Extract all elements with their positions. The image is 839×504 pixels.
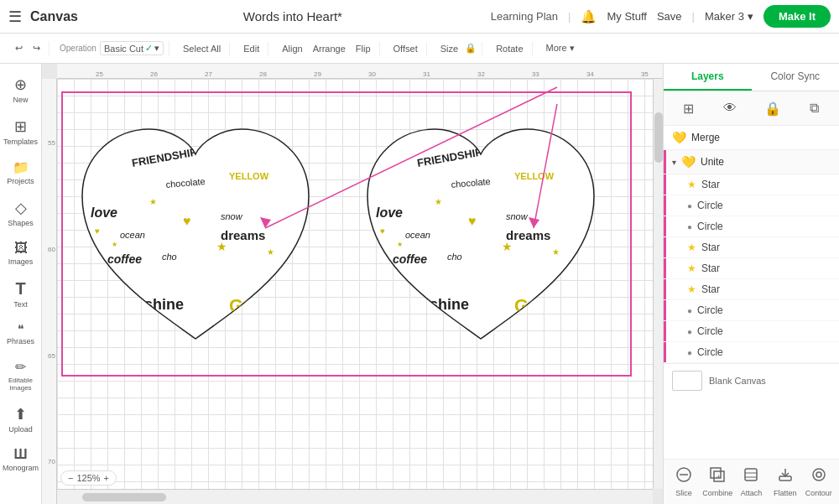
sidebar-item-projects[interactable]: 📁 Projects (3, 154, 39, 190)
zoom-value: 125% (76, 473, 100, 483)
projects-icon: 📁 (13, 159, 29, 175)
text-icon: T (15, 279, 25, 299)
offset-group: Offset (385, 42, 427, 55)
combine-icon: + (709, 466, 726, 487)
svg-text:★: ★ (216, 240, 227, 253)
vertical-scrollbar[interactable] (653, 79, 663, 489)
menu-icon[interactable]: ☰ (8, 8, 22, 26)
arrange-button[interactable]: Arrange (310, 42, 349, 55)
learning-plan-link[interactable]: Learning Plan (491, 10, 558, 23)
panel-lock-button[interactable]: 🔒 (761, 96, 784, 120)
canvas-area[interactable]: 25 26 27 28 29 30 31 32 33 34 35 55 60 6… (42, 64, 663, 504)
offset-button[interactable]: Offset (390, 42, 421, 55)
svg-text:cozy: cozy (116, 322, 136, 332)
zoom-control[interactable]: − 125% + (60, 470, 117, 486)
canvas-grid[interactable]: FRIENDSHIP love chocolate YELLOW ocean s… (57, 79, 663, 489)
sidebar-item-editable-images[interactable]: ✏ Editable Images (3, 354, 39, 397)
svg-text:ocean: ocean (120, 230, 145, 240)
redo-button[interactable]: ↪ (29, 41, 44, 55)
sidebar-item-upload[interactable]: ⬆ Upload (3, 400, 39, 439)
sidebar-label-shapes: Shapes (8, 219, 34, 227)
layer-item-circle1[interactable]: ● Circle (664, 195, 839, 216)
heart-left[interactable]: FRIENDSHIP love chocolate YELLOW ocean s… (65, 96, 326, 367)
chevron-unite-icon: ▾ (672, 158, 676, 167)
svg-text:♥: ♥ (468, 214, 477, 228)
svg-text:♥: ♥ (183, 214, 191, 228)
make-it-button[interactable]: Make It (763, 5, 831, 28)
attach-button[interactable]: Attach (736, 466, 766, 497)
select-all-button[interactable]: Select All (180, 42, 224, 55)
sidebar-label-templates: Templates (3, 138, 38, 146)
edit-button[interactable]: Edit (240, 42, 263, 55)
my-stuff-link[interactable]: My Stuff (607, 10, 646, 23)
layer-item-star4[interactable]: ★ Star (664, 279, 839, 300)
sidebar-item-text[interactable]: T Text (3, 274, 39, 314)
tab-layers[interactable]: Layers (664, 64, 752, 91)
svg-text:love: love (91, 205, 117, 220)
svg-text:warm: warm (434, 356, 457, 364)
panel-toolbar: ⊞ 👁 🔒 ⧉ (664, 91, 839, 126)
more-button[interactable]: More ▾ (543, 41, 578, 55)
sidebar-item-images[interactable]: 🖼 Images (3, 236, 39, 271)
blank-canvas-thumbnail (672, 371, 702, 391)
slice-button[interactable]: Slice (669, 466, 699, 497)
layer-item-circle2[interactable]: ● Circle (664, 216, 839, 237)
svg-text:YELLOW: YELLOW (229, 171, 269, 181)
layers-list: 💛 Merge ▾ 💛 Unite ★ Star ● Circle (664, 126, 839, 459)
svg-text:coffee: coffee (393, 252, 427, 266)
sidebar-item-shapes[interactable]: ◇ Shapes (3, 194, 39, 232)
layer-item-circle3[interactable]: ● Circle (664, 300, 839, 321)
circle-icon-2: ● (687, 222, 692, 231)
blank-canvas-item[interactable]: Blank Canvas (664, 363, 839, 397)
zoom-in-icon[interactable]: + (104, 473, 109, 483)
svg-text:dreams: dreams (506, 228, 550, 242)
svg-text:MOTHERHOOD: MOTHERHOOD (267, 280, 277, 348)
layer-item-circle5[interactable]: ● Circle (664, 342, 839, 363)
flatten-button[interactable]: Flatten (770, 466, 800, 497)
operation-select[interactable]: Basic Cut ✓ ▾ (100, 41, 164, 55)
layer-group-merge[interactable]: 💛 Merge (664, 126, 839, 150)
tab-colorsync[interactable]: Color Sync (752, 64, 840, 91)
zoom-out-icon[interactable]: − (68, 473, 73, 483)
machine-select[interactable]: Maker 3 ▾ (705, 10, 753, 23)
sidebar-item-new[interactable]: ⊕ New (3, 70, 39, 109)
layer-label-circle3: Circle (697, 304, 723, 316)
panel-duplicate-button[interactable]: ⧉ (803, 96, 826, 120)
horizontal-scrollbar[interactable] (57, 489, 653, 504)
horizontal-scrollbar-thumb[interactable] (82, 493, 166, 501)
templates-icon: ⊞ (14, 117, 27, 136)
layer-item-star3[interactable]: ★ Star (664, 258, 839, 279)
svg-text:joy: joy (383, 343, 398, 353)
layer-item-circle4[interactable]: ● Circle (664, 321, 839, 342)
layer-item-star1[interactable]: ★ Star (664, 174, 839, 195)
align-group: Align Arrange Flip (274, 42, 379, 55)
save-link[interactable]: Save (657, 10, 682, 23)
layer-group-unite[interactable]: ▾ 💛 Unite (664, 150, 839, 174)
size-button[interactable]: Size (437, 42, 461, 55)
undo-button[interactable]: ↩ (12, 41, 26, 55)
sidebar-item-monogram[interactable]: Ш Monogram (3, 442, 39, 477)
combine-button[interactable]: + Combine (702, 466, 732, 497)
panel-eye-button[interactable]: 👁 (718, 96, 742, 120)
sidebar-item-templates[interactable]: ⊞ Templates (3, 112, 39, 151)
sidebar-item-phrases[interactable]: ❝ Phrases (3, 317, 39, 351)
operation-value: Basic Cut (104, 44, 143, 54)
vertical-scrollbar-thumb[interactable] (654, 112, 663, 163)
flip-button[interactable]: Flip (352, 42, 374, 55)
svg-text:★: ★ (435, 197, 442, 206)
sidebar-label-new: New (13, 96, 28, 104)
rotate-button[interactable]: Rotate (492, 42, 526, 55)
lock-icon: 🔒 (465, 43, 477, 54)
merge-group-label: Merge (691, 132, 720, 143)
svg-text:♥: ♥ (139, 313, 145, 325)
align-button[interactable]: Align (279, 42, 305, 55)
svg-text:★: ★ (502, 240, 513, 253)
heart-right[interactable]: FRIENDSHIP love chocolate YELLOW ocean s… (351, 96, 611, 367)
layer-label-star3: Star (701, 262, 720, 274)
panel-grid-button[interactable]: ⊞ (676, 96, 700, 120)
contour-button[interactable]: Contour (804, 466, 834, 497)
layer-item-star2[interactable]: ★ Star (664, 237, 839, 258)
svg-text:+: + (717, 473, 721, 481)
left-sidebar: ⊕ New ⊞ Templates 📁 Projects ◇ Shapes 🖼 … (0, 64, 42, 504)
nav-right: Learning Plan | 🔔 My Stuff Save | Maker … (491, 5, 831, 28)
